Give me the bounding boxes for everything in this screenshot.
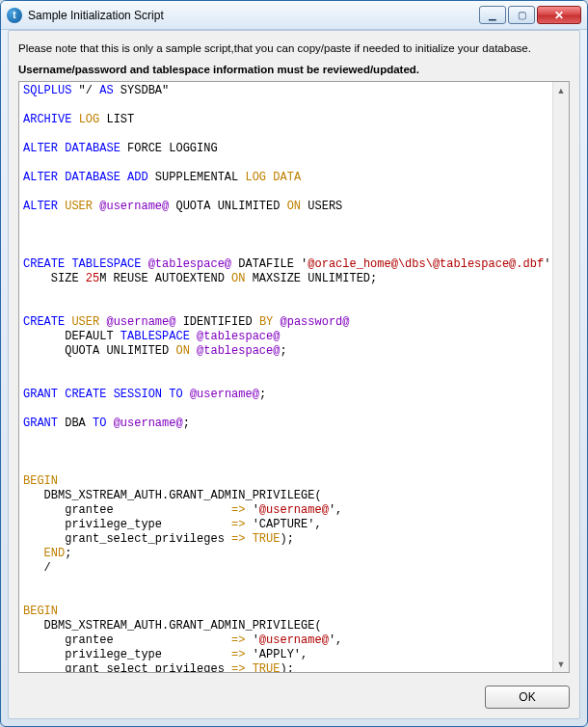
ok-button[interactable]: OK bbox=[485, 686, 570, 709]
script-code[interactable]: SQLPLUS "/ AS SYSDBA" ARCHIVE LOG LIST A… bbox=[19, 82, 569, 673]
scroll-down-icon[interactable]: ▼ bbox=[553, 656, 569, 672]
window-controls: ▁ ▢ ✕ bbox=[477, 6, 581, 24]
note-line-1: Please note that this is only a sample s… bbox=[18, 42, 570, 54]
content-panel: Please note that this is only a sample s… bbox=[8, 30, 580, 719]
dialog-footer: OK bbox=[485, 686, 570, 709]
maximize-button[interactable]: ▢ bbox=[508, 6, 535, 24]
scroll-up-icon[interactable]: ▲ bbox=[553, 82, 569, 98]
maximize-icon: ▢ bbox=[518, 10, 526, 20]
minimize-icon: ▁ bbox=[489, 10, 496, 20]
script-textarea[interactable]: SQLPLUS "/ AS SYSDBA" ARCHIVE LOG LIST A… bbox=[18, 81, 570, 673]
close-button[interactable]: ✕ bbox=[537, 6, 581, 24]
close-icon: ✕ bbox=[554, 9, 564, 22]
window-title: Sample Initialization Script bbox=[28, 9, 477, 22]
scrollbar[interactable]: ▲ ▼ bbox=[552, 82, 569, 672]
minimize-button[interactable]: ▁ bbox=[479, 6, 506, 24]
app-icon: t bbox=[7, 8, 22, 23]
scroll-track[interactable] bbox=[553, 98, 569, 656]
note-line-2: Username/password and tablespace informa… bbox=[18, 64, 570, 75]
dialog-window: t Sample Initialization Script ▁ ▢ ✕ Ple… bbox=[0, 0, 588, 727]
titlebar[interactable]: t Sample Initialization Script ▁ ▢ ✕ bbox=[1, 1, 587, 30]
